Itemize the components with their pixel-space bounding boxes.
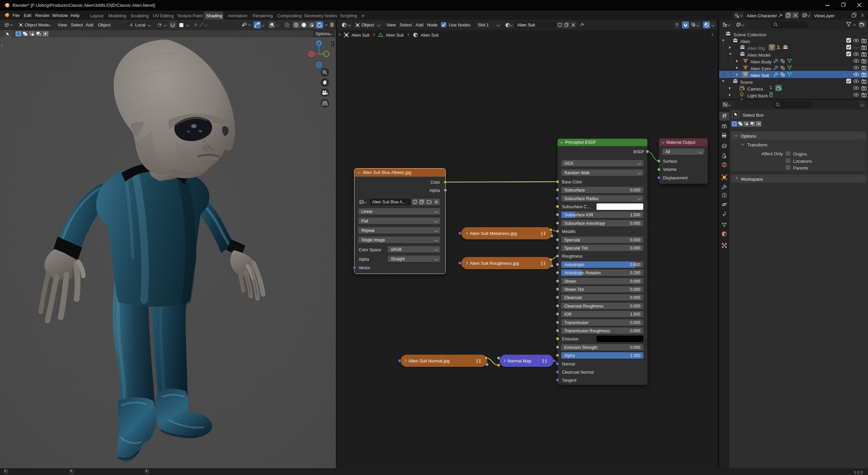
svg-text:Z: Z [318, 41, 320, 45]
